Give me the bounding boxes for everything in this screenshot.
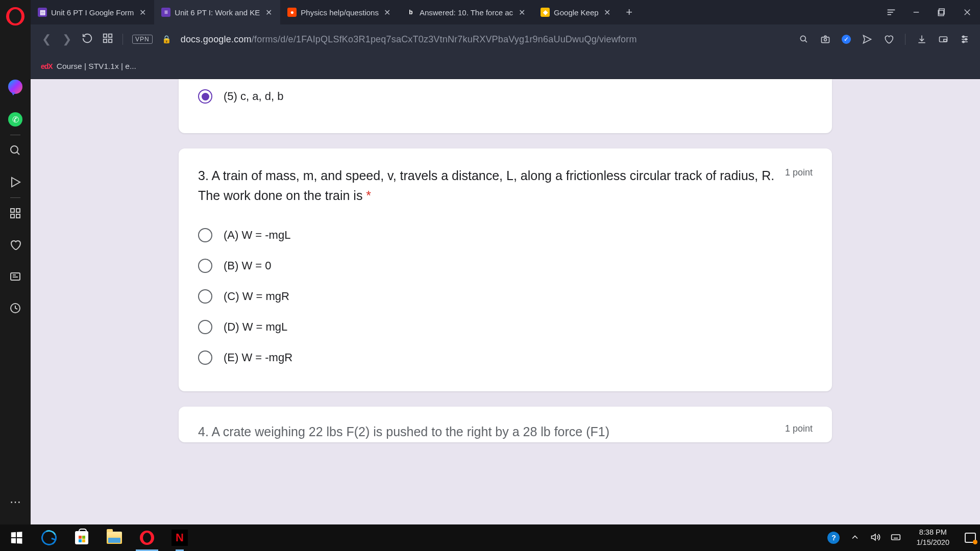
separator xyxy=(905,34,905,45)
close-icon[interactable]: ✕ xyxy=(603,8,612,17)
q3-option-c[interactable]: (C) W = mgR xyxy=(198,281,813,312)
more-icon[interactable]: ⋯ xyxy=(8,495,22,509)
back-button[interactable]: ❮ xyxy=(41,33,52,46)
video-popout-icon[interactable] xyxy=(938,34,948,44)
taskbar-store[interactable] xyxy=(65,524,98,551)
keyboard-icon[interactable] xyxy=(891,532,901,544)
svg-rect-5 xyxy=(11,214,14,218)
clock-time: 8:38 PM xyxy=(916,528,949,538)
taskbar-clock[interactable]: 8:38 PM 1/15/2020 xyxy=(911,528,954,547)
page-content[interactable]: (5) c, a, d, b 3. A train of mass, m, an… xyxy=(31,79,980,524)
send-icon[interactable] xyxy=(862,34,872,44)
download-icon[interactable] xyxy=(917,34,927,44)
edx-icon: edX xyxy=(41,62,53,70)
volume-icon[interactable] xyxy=(870,532,880,544)
url-display[interactable]: docs.google.com/forms/d/e/1FAIpQLSfKo3R1… xyxy=(181,34,790,45)
svg-line-1 xyxy=(17,152,19,155)
tab-reddit[interactable]: ● Physics help/questions ✕ xyxy=(280,0,399,24)
tab-google-form[interactable]: ▤ Unit 6 PT I Google Form ✕ xyxy=(31,0,154,24)
opera-logo-icon xyxy=(6,7,24,26)
svg-point-35 xyxy=(963,36,964,37)
svg-rect-31 xyxy=(944,39,947,41)
svg-rect-19 xyxy=(104,34,107,37)
tab-label: Google Keep xyxy=(554,8,599,17)
radio-selected-icon[interactable] xyxy=(198,89,212,104)
opera-sidebar: ✆ ⋯ xyxy=(0,0,31,524)
news-icon[interactable] xyxy=(8,269,22,284)
start-button[interactable] xyxy=(0,524,33,551)
whatsapp-icon[interactable]: ✆ xyxy=(8,112,22,127)
q3-option-b[interactable]: (B) W = 0 xyxy=(198,251,813,281)
search-icon[interactable] xyxy=(8,143,22,158)
heart-icon[interactable] xyxy=(884,34,894,44)
edge-icon xyxy=(39,528,59,547)
messenger-icon[interactable] xyxy=(8,80,22,94)
svg-point-23 xyxy=(800,36,805,41)
tab-bar: ▤ Unit 6 PT I Google Form ✕ ≡ Unit 6 PT … xyxy=(31,0,980,24)
q2-option-5[interactable]: (5) c, a, d, b xyxy=(198,81,813,112)
taskbar-edge[interactable] xyxy=(33,524,65,551)
question-2-card: (5) c, a, d, b xyxy=(179,79,832,133)
svg-rect-3 xyxy=(11,209,14,212)
clock-date: 1/15/2020 xyxy=(916,538,949,548)
new-tab-button[interactable]: + xyxy=(619,0,640,24)
help-icon[interactable]: ? xyxy=(827,532,840,544)
tab-brainly[interactable]: b Answered: 10. The force ac ✕ xyxy=(399,0,533,24)
taskbar-explorer[interactable] xyxy=(98,524,131,551)
maximize-button[interactable] xyxy=(929,0,954,24)
taskbar-opera[interactable] xyxy=(131,524,163,551)
option-label: (A) W = -mgL xyxy=(224,229,290,242)
forward-button[interactable]: ❯ xyxy=(61,33,72,46)
play-icon[interactable] xyxy=(8,175,22,189)
windows-icon xyxy=(11,532,22,543)
tray-chevron-icon[interactable] xyxy=(850,532,860,544)
radio-icon[interactable] xyxy=(198,320,212,334)
netflix-icon: N xyxy=(172,530,188,546)
bookmarks-bar: edX Course | STV1.1x | e... xyxy=(31,54,980,79)
snapshot-icon[interactable] xyxy=(820,34,830,44)
radio-icon[interactable] xyxy=(198,289,212,304)
taskbar-netflix[interactable]: N xyxy=(163,524,196,551)
q3-option-a[interactable]: (A) W = -mgL xyxy=(198,220,813,251)
speed-dial-button[interactable] xyxy=(102,33,113,46)
minimize-button[interactable] xyxy=(903,0,929,24)
question-points: 1 point xyxy=(785,166,813,178)
url-path: /forms/d/e/1FAIpQLSfKo3R1peq7saCxT0z3Vtn… xyxy=(252,34,637,44)
tab-label: Answered: 10. The force ac xyxy=(420,8,513,17)
history-icon[interactable] xyxy=(8,301,22,315)
tab-menu-icon[interactable] xyxy=(879,0,903,24)
heart-icon[interactable] xyxy=(8,238,22,252)
easy-setup-icon[interactable] xyxy=(960,34,970,44)
reload-button[interactable] xyxy=(82,33,93,46)
close-icon[interactable]: ✕ xyxy=(383,8,392,17)
system-tray: ? 8:38 PM 1/15/2020 xyxy=(827,528,980,547)
lock-icon[interactable]: 🔒 xyxy=(162,35,172,44)
radio-icon[interactable] xyxy=(198,228,212,242)
bookmark-edx[interactable]: edX Course | STV1.1x | e... xyxy=(41,62,136,71)
close-icon[interactable]: ✕ xyxy=(138,8,147,17)
separator xyxy=(10,135,20,135)
tab-work-ke[interactable]: ≡ Unit 6 PT I: Work and KE ✕ xyxy=(154,0,280,24)
tab-keep[interactable]: ◆ Google Keep ✕ xyxy=(533,0,619,24)
q3-option-e[interactable]: (E) W = -mgR xyxy=(198,342,813,373)
notifications-icon[interactable] xyxy=(965,533,976,543)
vpn-badge[interactable]: VPN xyxy=(132,35,153,44)
svg-marker-2 xyxy=(12,178,20,187)
radio-icon[interactable] xyxy=(198,350,212,365)
svg-point-0 xyxy=(11,146,18,153)
svg-point-37 xyxy=(963,41,964,42)
radio-icon[interactable] xyxy=(198,259,212,273)
adblock-icon[interactable]: ✓ xyxy=(842,35,851,44)
svg-rect-6 xyxy=(16,214,20,218)
folder-icon xyxy=(107,532,122,544)
close-icon[interactable]: ✕ xyxy=(517,8,526,17)
q3-option-d[interactable]: (D) W = mgL xyxy=(198,312,813,342)
url-host: docs.google.com xyxy=(181,34,252,44)
close-icon[interactable]: ✕ xyxy=(264,8,273,17)
tab-label: Unit 6 PT I Google Form xyxy=(51,8,134,17)
close-window-button[interactable] xyxy=(954,0,980,24)
search-in-page-icon[interactable] xyxy=(799,34,809,44)
opera-icon xyxy=(140,531,154,545)
workspaces-icon[interactable] xyxy=(8,206,22,220)
svg-rect-25 xyxy=(822,37,829,43)
